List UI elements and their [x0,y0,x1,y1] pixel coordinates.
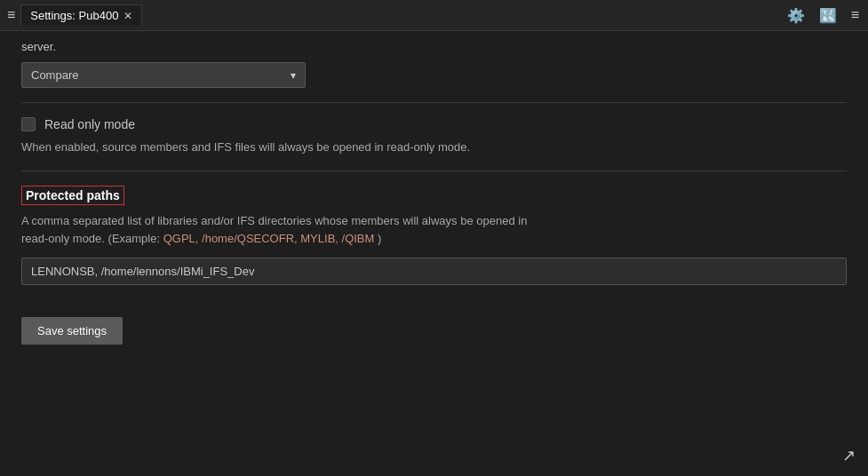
settings-tab[interactable]: Settings: Pub400 ✕ [20,4,142,26]
server-text: server. [21,40,847,53]
hamburger-icon[interactable]: ≡ [7,7,15,23]
binary-icon-button[interactable]: 🔣 [817,5,839,26]
settings-content: server. Compare ▾ Read only mode When en… [0,31,868,345]
compare-dropdown[interactable]: Compare ▾ [21,62,306,88]
divider-2 [21,171,847,171]
readonly-row: Read only mode [21,117,847,131]
save-settings-button[interactable]: Save settings [21,317,123,345]
protected-paths-section: Protected paths A comma separated list o… [21,186,847,286]
protected-paths-input[interactable] [21,258,847,285]
title-bar-right: ⚙️ 🔣 ≡ [785,5,861,26]
tools-icon-button[interactable]: ⚙️ [785,5,807,26]
readonly-section: Read only mode When enabled, source memb… [21,117,847,156]
paths-desc-before: A comma separated list of libraries and/… [21,214,527,227]
readonly-label: Read only mode [44,117,135,131]
menu-icon-button[interactable]: ≡ [849,5,861,25]
protected-paths-heading: Protected paths [21,186,124,205]
paths-example-close: ) [374,232,381,245]
paths-desc-after: read-only mode. (Example: [21,232,163,245]
title-bar: ≡ Settings: Pub400 ✕ ⚙️ 🔣 ≡ [0,0,868,31]
tab-close-icon[interactable]: ✕ [123,10,132,22]
readonly-description: When enabled, source members and IFS fil… [21,139,847,156]
paths-example: QGPL, /home/QSECOFR, MYLIB, /QIBM [163,232,375,245]
readonly-checkbox[interactable] [21,117,36,131]
paths-description: A comma separated list of libraries and/… [21,212,847,250]
tab-title: Settings: Pub400 [30,9,118,22]
cursor-indicator: ↗ [842,446,856,465]
title-bar-left: ≡ Settings: Pub400 ✕ [7,4,142,26]
chevron-down-icon: ▾ [291,69,296,82]
compare-label: Compare [31,68,78,82]
divider-1 [21,102,847,103]
